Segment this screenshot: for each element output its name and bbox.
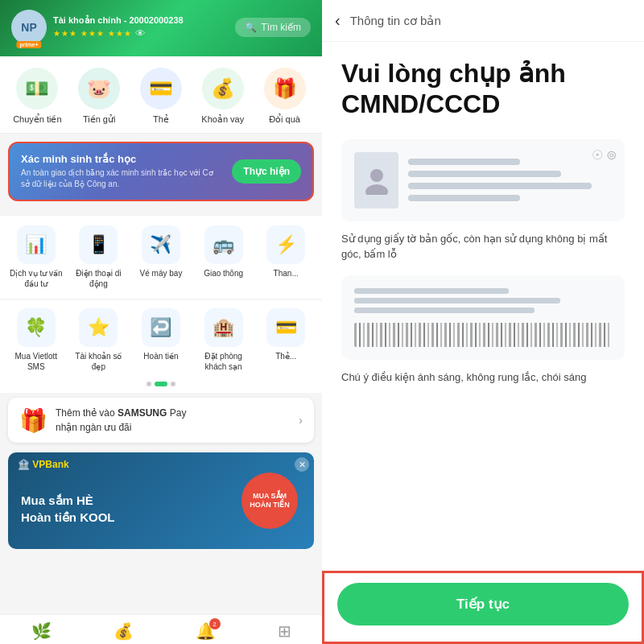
- stars-row: ★★★ ★★★ ★★★ 👁: [53, 27, 184, 39]
- service-label-flight: Vé máy bay: [140, 268, 183, 279]
- service-label-investment: Dịch vụ tư vấn đầu tư: [6, 268, 66, 289]
- service-icon-cashback: ↩️: [142, 308, 180, 347]
- banner-desc: An toàn giao dịch bằng xác minh sinh trắ…: [21, 167, 224, 190]
- vpbank-headline: Mua sắm HÈHoàn tiền KOOL: [21, 492, 115, 526]
- service-label-traffic: Giao thông: [204, 268, 243, 279]
- verification-button[interactable]: Thực hiện: [232, 159, 301, 184]
- action-icon-loan: 💰: [202, 68, 244, 109]
- instruction-text-2: Chú ý điều kiện ánh sáng, không rung lắc…: [341, 369, 625, 386]
- services-grid-1: 📊 Dịch vụ tư vấn đầu tư 📱 Điện thoại di …: [6, 225, 316, 289]
- service-item-investment[interactable]: 📊 Dịch vụ tư vấn đầu tư: [6, 225, 66, 289]
- action-label-card: Thẻ: [153, 114, 169, 125]
- nav-notification[interactable]: 🔔 2: [196, 621, 216, 641]
- search-bar[interactable]: 🔍 Tìm kiếm: [235, 18, 311, 37]
- dot-3: [171, 382, 175, 386]
- action-icon-gift: 🎁: [264, 68, 306, 109]
- verification-banner: Xác minh sinh trắc học An toàn giao dịch…: [8, 142, 314, 201]
- menu-icon: ⊞: [278, 621, 291, 641]
- back-button[interactable]: ‹: [335, 11, 341, 30]
- service-item-phone[interactable]: 📱 Điện thoại di động: [69, 225, 129, 289]
- gift-icon: 🎁: [19, 407, 47, 434]
- action-icon-transfer: 💵: [16, 68, 58, 109]
- vpbank-banner[interactable]: 🏦 VPBank Mua sắm HÈHoàn tiền KOOL MUA SẮ…: [8, 452, 314, 549]
- service-icon-traffic: 🚌: [204, 225, 243, 264]
- service-item-hotel[interactable]: 🏨 Đặt phòng khách sạn: [194, 308, 254, 372]
- service-item-flight[interactable]: ✈️ Vé máy bay: [131, 225, 191, 289]
- action-khoan-vay[interactable]: 💰 Khoản vay: [195, 68, 251, 125]
- id-back-line-3: [354, 308, 535, 313]
- fingerprint-icon-1: ☉: [592, 147, 603, 163]
- vpbank-sale-badge: MUA SẮMHOÀN TIỀN: [242, 473, 298, 529]
- nav-menu[interactable]: ⊞: [278, 621, 291, 641]
- continue-button[interactable]: Tiếp tục: [337, 583, 629, 625]
- id-line-2: [408, 171, 561, 177]
- avatar: NP prime+: [11, 10, 47, 45]
- account-number: Tài khoản chính - 20002000238: [53, 15, 184, 26]
- app-header: NP prime+ Tài khoản chính - 20002000238 …: [0, 0, 322, 56]
- samsung-pay-banner[interactable]: 🎁 Thêm thẻ vào SAMSUNG Pay nhận ngàn ưu …: [8, 398, 314, 443]
- id-card-front: ☉ ⊚: [341, 139, 625, 221]
- action-the[interactable]: 💳 Thẻ: [133, 68, 189, 125]
- service-item-vietlott[interactable]: 🍀 Mua Vietlott SMS: [6, 308, 66, 372]
- service-label-more2: Thẻ...: [275, 351, 296, 361]
- service-icon-investment: 📊: [17, 225, 56, 264]
- service-label-cashback: Hoàn tiền: [143, 351, 178, 361]
- service-label-vietlott: Mua Vietlott SMS: [6, 351, 66, 372]
- home-icon: 🌿: [31, 621, 52, 641]
- service-icon-vietlott: 🍀: [17, 308, 56, 347]
- action-label-transfer: Chuyển tiền: [13, 114, 61, 125]
- nav-finance[interactable]: 💰: [114, 621, 134, 641]
- service-item-more1[interactable]: ⚡ Than...: [256, 225, 316, 289]
- service-item-lucky-number[interactable]: ⭐ Tài khoản số đẹp: [69, 308, 129, 372]
- service-item-more2[interactable]: 💳 Thẻ...: [256, 308, 316, 372]
- quick-actions: 💵 Chuyển tiền 🐷 Tiền gửi 💳 Thẻ 💰 Khoản v…: [0, 56, 322, 134]
- id-lines: [408, 159, 612, 201]
- person-icon: [362, 166, 391, 195]
- id-line-4: [408, 195, 520, 201]
- right-content: Vui lòng chụp ảnh CMND/CCCD ☉ ⊚ Sử: [322, 42, 644, 571]
- service-icon-phone: 📱: [79, 225, 118, 264]
- nav-home[interactable]: 🌿: [31, 621, 52, 641]
- chevron-right-icon: ›: [299, 414, 303, 427]
- samsung-subtext: nhận ngàn ưu đãi: [56, 422, 131, 433]
- samsung-text: Thêm thẻ vào SAMSUNG Pay nhận ngàn ưu đã…: [56, 406, 291, 435]
- service-icon-more1: ⚡: [266, 225, 305, 264]
- card-icon: 💳: [149, 77, 173, 100]
- action-chuyen-tien[interactable]: 💵 Chuyển tiền: [9, 68, 65, 125]
- service-icon-flight: ✈️: [142, 225, 180, 264]
- action-label-savings: Tiền gửi: [83, 114, 116, 125]
- account-info: Tài khoản chính - 20002000238 ★★★ ★★★ ★★…: [53, 15, 184, 39]
- id-line-1: [408, 159, 520, 165]
- cmnd-title-line2: CMND/CCCD: [341, 89, 500, 118]
- continue-button-wrapper: Tiếp tục: [322, 571, 644, 644]
- id-back-lines: [354, 288, 612, 313]
- vpbank-sale-text: MUA SẮMHOÀN TIỀN: [250, 492, 290, 510]
- right-header-title: Thông tin cơ bản: [350, 14, 441, 28]
- finance-icon: 💰: [114, 621, 134, 641]
- vpbank-close-button[interactable]: ✕: [295, 457, 309, 472]
- services-section-1: 📊 Dịch vụ tư vấn đầu tư 📱 Điện thoại di …: [0, 216, 322, 299]
- id-barcode: [354, 323, 612, 347]
- service-label-more1: Than...: [274, 268, 299, 279]
- fingerprint-icon-2: ⊚: [606, 147, 617, 163]
- action-icon-card: 💳: [140, 68, 182, 109]
- dot-2-active: [155, 382, 167, 386]
- service-label-hotel: Đặt phòng khách sạn: [194, 351, 254, 372]
- bottom-nav: 🌿 💰 🔔 2 ⊞: [0, 614, 322, 644]
- service-item-traffic[interactable]: 🚌 Giao thông: [194, 225, 254, 289]
- right-panel: ‹ Thông tin cơ bản Vui lòng chụp ảnh CMN…: [322, 0, 644, 644]
- svg-point-1: [365, 184, 388, 195]
- right-header: ‹ Thông tin cơ bản: [322, 0, 644, 42]
- svg-point-0: [370, 169, 383, 182]
- action-doi-qua[interactable]: 🎁 Đổi quà: [257, 68, 313, 125]
- id-back-line-2: [354, 298, 560, 303]
- vpbank-logo: 🏦 VPBank: [18, 459, 69, 470]
- action-label-loan: Khoản vay: [201, 114, 244, 125]
- action-tien-gui[interactable]: 🐷 Tiền gửi: [71, 68, 127, 125]
- service-icon-more2: 💳: [266, 308, 305, 347]
- service-icon-lucky-number: ⭐: [79, 308, 118, 347]
- action-icon-savings: 🐷: [78, 68, 120, 109]
- service-item-cashback[interactable]: ↩️ Hoàn tiền: [131, 308, 191, 372]
- id-back-line-1: [354, 288, 509, 294]
- id-line-3: [408, 183, 592, 189]
